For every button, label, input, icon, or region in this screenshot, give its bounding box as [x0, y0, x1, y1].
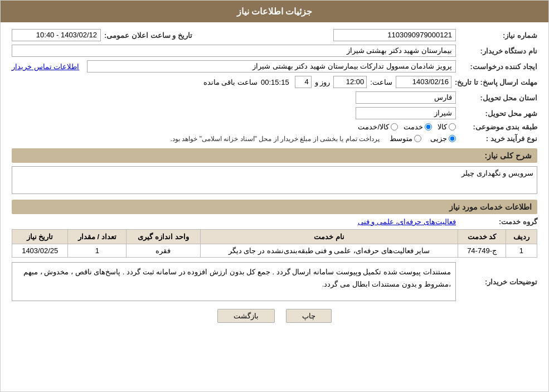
- cell-name: سایر فعالیت‌های حرفه‌ای، علمی و فنی طبقه…: [200, 244, 458, 258]
- proc-radio-motavasset[interactable]: [414, 135, 421, 142]
- content-area: شماره نیاز: 1103090979000121 تاریخ و ساع…: [1, 22, 548, 335]
- services-section-label: اطلاعات خدمات مورد نیاز: [449, 202, 532, 211]
- city-label: شهر محل تحویل:: [459, 109, 537, 118]
- proc-radio-jozi[interactable]: [449, 135, 456, 142]
- buyer-notes-label: توضیحات خریدار:: [459, 278, 537, 286]
- deadline-label: مهلت ارسال پاسخ: تا تاریخ:: [455, 78, 537, 86]
- proc-type-options: جزیی متوسط: [390, 134, 456, 143]
- bottom-buttons: چاپ بازگشت: [12, 309, 537, 323]
- col-qty: تعداد / مقدار: [68, 230, 127, 244]
- deadline-days-label: روز و: [315, 78, 331, 86]
- category-radio-kala-khedmat[interactable]: [391, 123, 398, 130]
- need-number-label: شماره نیاز:: [459, 31, 537, 40]
- province-label: استان محل تحویل:: [459, 94, 537, 102]
- remaining-time-value: 00:15:15: [261, 78, 289, 86]
- category-khedmat-label: خدمت: [404, 123, 423, 131]
- need-number-row: شماره نیاز: 1103090979000121 تاریخ و ساع…: [12, 29, 537, 41]
- need-number-value: 1103090979000121: [333, 29, 456, 41]
- proc-jozi-label: جزیی: [430, 134, 447, 143]
- service-group-value[interactable]: فعالیت‌های حرفه‌ای، علمی و فنی: [358, 217, 456, 226]
- cell-code: ج-749-74: [458, 244, 506, 258]
- service-group-label: گروه خدمت:: [459, 217, 537, 226]
- cell-date: 1403/02/25: [12, 244, 68, 258]
- creator-value: پرویز شادمان مسوول تدارکات بیمارستان شهی…: [87, 60, 456, 72]
- need-desc-value: سرویس و نگهداری چیلر: [12, 166, 537, 194]
- creator-label: ایجاد کننده درخواست:: [459, 62, 537, 71]
- cell-unit: فقره: [127, 244, 200, 258]
- col-unit: واحد اندازه گیری: [127, 230, 200, 244]
- print-button[interactable]: چاپ: [286, 309, 332, 323]
- proc-note: پرداخت تمام یا بخشی از مبلغ خریدار از مح…: [171, 135, 380, 143]
- cell-qty: 1: [68, 244, 127, 258]
- deadline-date: 1403/02/16: [396, 76, 451, 88]
- services-section-header: اطلاعات خدمات مورد نیاز: [12, 200, 537, 214]
- proc-type-label: نوع فرآیند خرید :: [459, 134, 537, 143]
- remaining-label: ساعت باقی مانده: [203, 78, 258, 86]
- org-name-row: نام دستگاه خریدار: بیمارستان شهید دکتر ب…: [12, 45, 537, 57]
- services-table: ردیف کد خدمت نام خدمت واحد اندازه گیری ت…: [12, 229, 537, 258]
- buyer-notes-value: مستندات پیوست شده تکمیل وپیوست سامانه ار…: [12, 262, 456, 301]
- creator-link[interactable]: اطلاعات تماس خریدار: [12, 62, 79, 71]
- category-option-kala-khedmat: کالا/خدمت: [358, 123, 398, 131]
- buyer-notes-row: توضیحات خریدار: مستندات پیوست شده تکمیل …: [12, 262, 537, 301]
- category-label: طبقه بندی موضوعی:: [459, 123, 537, 131]
- deadline-time-label: ساعت:: [370, 78, 392, 86]
- col-date: تاریخ نیاز: [12, 230, 68, 244]
- announce-label: تاریخ و ساعت اعلان عمومی:: [104, 31, 192, 40]
- category-option-kala: کالا: [438, 123, 456, 131]
- proc-jozi: جزیی: [430, 134, 456, 143]
- deadline-time: 12:00: [333, 76, 367, 88]
- deadline-days: 4: [295, 76, 312, 88]
- need-desc-row: سرویس و نگهداری چیلر: [12, 166, 537, 194]
- deadline-row: مهلت ارسال پاسخ: تا تاریخ: 1403/02/16 سا…: [12, 76, 537, 88]
- proc-motavasset-label: متوسط: [390, 134, 412, 143]
- back-button[interactable]: بازگشت: [217, 309, 275, 323]
- need-desc-section-label: شرح کلی نیاز:: [485, 151, 532, 160]
- proc-type-row: نوع فرآیند خرید : جزیی متوسط پرداخت تمام…: [12, 134, 537, 143]
- category-kala-khedmat-label: کالا/خدمت: [358, 123, 389, 131]
- category-radio-kala[interactable]: [449, 123, 456, 130]
- org-name-value: بیمارستان شهید دکتر بهشتی شیراز: [12, 45, 456, 57]
- page-title: جزئیات اطلاعات نیاز: [237, 7, 313, 16]
- page-container: جزئیات اطلاعات نیاز شماره نیاز: 11030909…: [0, 0, 549, 392]
- category-kala-label: کالا: [438, 123, 447, 131]
- province-row: استان محل تحویل: فارس: [12, 91, 537, 104]
- col-name: نام خدمت: [200, 230, 458, 244]
- col-code: کد خدمت: [458, 230, 506, 244]
- table-row: 1 ج-749-74 سایر فعالیت‌های حرفه‌ای، علمی…: [12, 244, 537, 258]
- city-value: شیراز: [356, 107, 456, 119]
- proc-motavasset: متوسط: [390, 134, 421, 143]
- need-desc-section-header: شرح کلی نیاز:: [12, 148, 537, 163]
- announce-value: 1403/02/12 - 10:40: [12, 29, 101, 41]
- category-row: طبقه بندی موضوعی: کالا خدمت کالا/خدمت: [12, 123, 537, 131]
- category-option-khedmat: خدمت: [404, 123, 432, 131]
- page-header: جزئیات اطلاعات نیاز: [1, 1, 548, 22]
- category-radio-group: کالا خدمت کالا/خدمت: [358, 123, 456, 131]
- col-row: ردیف: [506, 230, 537, 244]
- category-radio-khedmat[interactable]: [425, 123, 432, 130]
- creator-row: ایجاد کننده درخواست: پرویز شادمان مسوول …: [12, 60, 537, 72]
- city-row: شهر محل تحویل: شیراز: [12, 107, 537, 119]
- province-value: فارس: [356, 91, 456, 104]
- cell-row: 1: [506, 244, 537, 258]
- service-group-row: گروه خدمت: فعالیت‌های حرفه‌ای، علمی و فن…: [12, 217, 537, 226]
- org-name-label: نام دستگاه خریدار:: [459, 47, 537, 55]
